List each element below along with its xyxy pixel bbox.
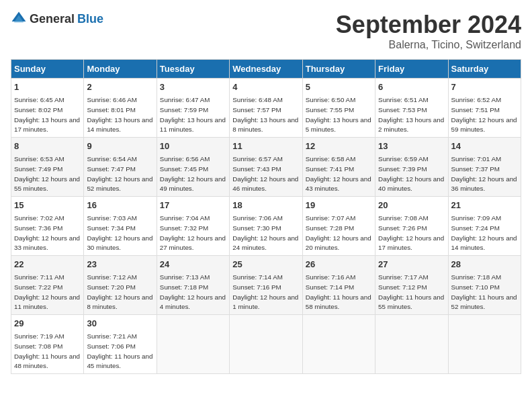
daylight-info: Daylight: 12 hours and 14 minutes. (451, 234, 517, 252)
calendar-cell: 12 Sunrise: 6:58 AM Sunset: 7:41 PM Dayl… (302, 138, 375, 197)
day-number: 26 (306, 259, 372, 271)
day-number: 7 (451, 81, 518, 93)
sunrise-info: Sunrise: 7:11 AM (14, 273, 64, 281)
location-title: Balerna, Ticino, Switzerland (336, 39, 521, 51)
day-number: 23 (87, 259, 153, 271)
daylight-info: Daylight: 13 hours and 5 minutes. (306, 116, 371, 134)
day-number: 27 (378, 259, 445, 271)
daylight-info: Daylight: 12 hours and 1 minute. (232, 293, 298, 311)
calendar-cell: 18 Sunrise: 7:06 AM Sunset: 7:30 PM Dayl… (230, 197, 302, 256)
daylight-info: Daylight: 12 hours and 40 minutes. (378, 175, 444, 193)
sunrise-info: Sunrise: 7:16 AM (306, 273, 356, 281)
sunrise-info: Sunrise: 7:02 AM (14, 214, 64, 222)
sunset-info: Sunset: 7:45 PM (160, 165, 208, 173)
calendar-week-4: 22 Sunrise: 7:11 AM Sunset: 7:22 PM Dayl… (11, 256, 521, 315)
day-number: 22 (14, 259, 81, 271)
month-title: September 2024 (336, 11, 521, 39)
daylight-info: Daylight: 12 hours and 55 minutes. (14, 175, 80, 193)
logo-icon (11, 11, 27, 27)
calendar-cell: 21 Sunrise: 7:09 AM Sunset: 7:24 PM Dayl… (448, 197, 521, 256)
calendar-table: Sunday Monday Tuesday Wednesday Thursday… (11, 59, 521, 374)
daylight-info: Daylight: 12 hours and 59 minutes. (451, 116, 517, 134)
day-number: 24 (160, 259, 226, 271)
daylight-info: Daylight: 13 hours and 11 minutes. (160, 116, 226, 134)
sunset-info: Sunset: 7:18 PM (160, 283, 208, 291)
header-row: Sunday Monday Tuesday Wednesday Thursday… (11, 60, 521, 79)
daylight-info: Daylight: 12 hours and 24 minutes. (232, 234, 298, 252)
calendar-week-5: 29 Sunrise: 7:19 AM Sunset: 7:08 PM Dayl… (11, 315, 521, 374)
calendar-cell: 23 Sunrise: 7:12 AM Sunset: 7:20 PM Dayl… (84, 256, 157, 315)
sunrise-info: Sunrise: 7:19 AM (14, 332, 64, 340)
calendar-cell: 13 Sunrise: 6:59 AM Sunset: 7:39 PM Dayl… (375, 138, 448, 197)
sunrise-info: Sunrise: 6:51 AM (378, 96, 429, 103)
sunrise-info: Sunrise: 6:58 AM (306, 155, 356, 163)
sunset-info: Sunset: 7:14 PM (306, 283, 354, 291)
calendar-cell: 22 Sunrise: 7:11 AM Sunset: 7:22 PM Dayl… (11, 256, 84, 315)
sunset-info: Sunset: 7:37 PM (451, 165, 500, 173)
sunset-info: Sunset: 7:08 PM (14, 342, 62, 350)
day-number: 30 (87, 318, 153, 330)
daylight-info: Daylight: 12 hours and 49 minutes. (160, 175, 226, 193)
day-number: 6 (378, 81, 445, 93)
calendar-week-3: 15 Sunrise: 7:02 AM Sunset: 7:36 PM Dayl… (11, 197, 521, 256)
daylight-info: Daylight: 12 hours and 52 minutes. (87, 175, 152, 193)
day-number: 21 (451, 199, 518, 212)
day-number: 12 (306, 140, 372, 152)
daylight-info: Daylight: 11 hours and 45 minutes. (87, 353, 152, 370)
day-number: 19 (306, 199, 372, 212)
sunrise-info: Sunrise: 7:06 AM (232, 214, 283, 222)
calendar-cell: 14 Sunrise: 7:01 AM Sunset: 7:37 PM Dayl… (448, 138, 521, 197)
logo-blue: Blue (77, 12, 103, 26)
day-number: 3 (160, 81, 226, 93)
daylight-info: Daylight: 12 hours and 8 minutes. (87, 293, 152, 311)
sunset-info: Sunset: 7:43 PM (232, 165, 281, 173)
daylight-info: Daylight: 12 hours and 4 minutes. (160, 293, 226, 311)
sunrise-info: Sunrise: 7:01 AM (451, 155, 502, 163)
sunset-info: Sunset: 7:24 PM (451, 224, 500, 232)
calendar-cell: 2 Sunrise: 6:46 AM Sunset: 8:01 PM Dayli… (84, 79, 157, 138)
daylight-info: Daylight: 12 hours and 43 minutes. (306, 175, 371, 193)
calendar-cell: 17 Sunrise: 7:04 AM Sunset: 7:32 PM Dayl… (157, 197, 229, 256)
sunrise-info: Sunrise: 6:59 AM (378, 155, 429, 163)
daylight-info: Daylight: 13 hours and 17 minutes. (14, 116, 80, 134)
sunset-info: Sunset: 7:26 PM (378, 224, 427, 232)
calendar-cell (448, 315, 521, 374)
sunset-info: Sunset: 7:49 PM (14, 165, 62, 173)
sunset-info: Sunset: 7:20 PM (87, 283, 135, 291)
calendar-cell: 4 Sunrise: 6:48 AM Sunset: 7:57 PM Dayli… (230, 79, 302, 138)
day-number: 4 (232, 81, 299, 93)
calendar-cell: 29 Sunrise: 7:19 AM Sunset: 7:08 PM Dayl… (11, 315, 84, 374)
sunrise-info: Sunrise: 7:21 AM (87, 332, 137, 340)
day-number: 5 (306, 81, 372, 93)
calendar-week-2: 8 Sunrise: 6:53 AM Sunset: 7:49 PM Dayli… (11, 138, 521, 197)
daylight-info: Daylight: 11 hours and 52 minutes. (451, 293, 517, 311)
day-number: 8 (14, 140, 81, 152)
sunset-info: Sunset: 7:41 PM (306, 165, 354, 173)
sunrise-info: Sunrise: 6:52 AM (451, 96, 502, 103)
calendar-cell (157, 315, 229, 374)
sunrise-info: Sunrise: 7:03 AM (87, 214, 137, 222)
page-header: GeneralBlue September 2024 Balerna, Tici… (11, 11, 521, 51)
calendar-cell: 26 Sunrise: 7:16 AM Sunset: 7:14 PM Dayl… (302, 256, 375, 315)
sunrise-info: Sunrise: 7:08 AM (378, 214, 429, 222)
daylight-info: Daylight: 11 hours and 48 minutes. (14, 353, 80, 370)
sunrise-info: Sunrise: 7:17 AM (378, 273, 429, 281)
sunrise-info: Sunrise: 6:48 AM (232, 96, 283, 103)
calendar-cell (230, 315, 302, 374)
calendar-week-1: 1 Sunrise: 6:45 AM Sunset: 8:02 PM Dayli… (11, 79, 521, 138)
daylight-info: Daylight: 12 hours and 46 minutes. (232, 175, 298, 193)
day-number: 14 (451, 140, 518, 152)
daylight-info: Daylight: 12 hours and 17 minutes. (378, 234, 444, 252)
sunset-info: Sunset: 8:01 PM (87, 106, 135, 113)
daylight-info: Daylight: 12 hours and 36 minutes. (451, 175, 517, 193)
daylight-info: Daylight: 12 hours and 33 minutes. (14, 234, 80, 252)
daylight-info: Daylight: 13 hours and 2 minutes. (378, 116, 444, 134)
sunrise-info: Sunrise: 7:04 AM (160, 214, 210, 222)
sunset-info: Sunset: 7:06 PM (87, 342, 135, 350)
day-number: 2 (87, 81, 153, 93)
calendar-cell: 6 Sunrise: 6:51 AM Sunset: 7:53 PM Dayli… (375, 79, 448, 138)
sunrise-info: Sunrise: 6:47 AM (160, 96, 210, 103)
sunset-info: Sunset: 7:28 PM (306, 224, 354, 232)
calendar-cell: 24 Sunrise: 7:13 AM Sunset: 7:18 PM Dayl… (157, 256, 229, 315)
sunrise-info: Sunrise: 7:14 AM (232, 273, 283, 281)
